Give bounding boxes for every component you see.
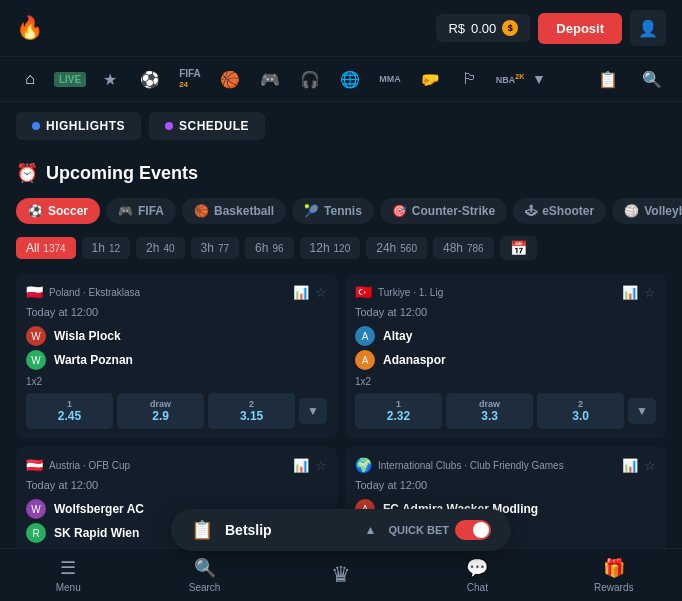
nav-basketball[interactable]: 🏀: [212, 61, 248, 97]
time-chip-24h[interactable]: 24h 560: [366, 237, 427, 259]
profile-button[interactable]: 👤: [630, 10, 666, 46]
stats-icon-3[interactable]: 📊: [293, 458, 309, 473]
betslip-banner[interactable]: 📋 Betslip ▲ QUICK BET: [171, 509, 511, 551]
event-1-flag: 🇵🇱: [26, 284, 43, 300]
nav-nba[interactable]: NBA2K: [492, 61, 528, 97]
nav-fifa[interactable]: FIFA24: [172, 61, 208, 97]
quick-bet-toggle: QUICK BET: [389, 520, 492, 540]
event-1-league: Poland · Ekstraklasa: [49, 287, 287, 298]
eshooter-chip-icon: 🕹: [525, 204, 537, 218]
team-2-logo: W: [26, 350, 46, 370]
volleyball-chip-icon: 🏐: [624, 204, 639, 218]
bottom-nav-menu[interactable]: ☰ Menu: [38, 557, 98, 593]
event-1-card-icons: 📊 ☆: [293, 285, 327, 300]
nav-flag[interactable]: 🏳: [452, 61, 488, 97]
nav-favorites[interactable]: ★: [92, 61, 128, 97]
team-3-name: Altay: [383, 329, 412, 343]
calendar-chip[interactable]: 📅: [500, 236, 537, 260]
bottom-nav-search[interactable]: 🔍 Search: [175, 557, 235, 593]
sport-chip-tennis[interactable]: 🎾 Tennis: [292, 198, 374, 224]
balance-display: R$ 0.00 $: [436, 14, 530, 42]
deposit-button[interactable]: Deposit: [538, 13, 622, 44]
stats-icon-1[interactable]: 📊: [293, 285, 309, 300]
time-chip-all[interactable]: All 1374: [16, 237, 76, 259]
star-icon-3[interactable]: ☆: [315, 458, 327, 473]
menu-label: Menu: [56, 582, 81, 593]
fifa-chip-icon: 🎮: [118, 204, 133, 218]
nav-esports[interactable]: 🎮: [252, 61, 288, 97]
event-card-1: 🇵🇱 Poland · Ekstraklasa 📊 ☆ Today at 12:…: [16, 274, 337, 439]
time-chip-6h[interactable]: 6h 96: [245, 237, 293, 259]
nav-bar: ⌂ LIVE ★ ⚽ FIFA24 🏀 🎮 🎧 🌐 MMA 🤛 🏳 NBA2K …: [0, 57, 682, 102]
odds-2-btn2[interactable]: 2 3.0: [537, 393, 624, 429]
odds-2-draw[interactable]: draw 3.3: [446, 393, 533, 429]
sport-chip-fifa[interactable]: 🎮 FIFA: [106, 198, 176, 224]
star-icon-4[interactable]: ☆: [644, 458, 656, 473]
nav-headset[interactable]: 🎧: [292, 61, 328, 97]
quick-bet-switch[interactable]: [455, 520, 491, 540]
search-label: Search: [189, 582, 221, 593]
schedule-tab-label: SCHEDULE: [179, 119, 249, 133]
stats-icon-4[interactable]: 📊: [622, 458, 638, 473]
nav-soccer[interactable]: ⚽: [132, 61, 168, 97]
more-odds-2[interactable]: ▼: [628, 398, 656, 424]
balance-value: 0.00: [471, 21, 496, 36]
time-chip-2h[interactable]: 2h 40: [136, 237, 184, 259]
team-6-logo: R: [26, 523, 46, 543]
time-chip-12h[interactable]: 12h 120: [300, 237, 361, 259]
nav-globe[interactable]: 🌐: [332, 61, 368, 97]
highlights-tab[interactable]: HIGHLIGHTS: [16, 112, 141, 140]
3h-count: 77: [218, 243, 229, 254]
sport-chip-basketball[interactable]: 🏀 Basketball: [182, 198, 286, 224]
eshooter-chip-label: eShooter: [542, 204, 594, 218]
market-1: 1x2: [26, 376, 327, 387]
betslip-arrow: ▲: [365, 523, 377, 537]
time-chip-1h[interactable]: 1h 12: [82, 237, 130, 259]
csgo-chip-icon: 🎯: [392, 204, 407, 218]
team-4-row: A Adanaspor: [355, 350, 656, 370]
event-3-flag: 🇦🇹: [26, 457, 43, 473]
more-odds-1[interactable]: ▼: [299, 398, 327, 424]
nav-more-button[interactable]: ▼: [532, 71, 546, 87]
sport-chip-eshooter[interactable]: 🕹 eShooter: [513, 198, 606, 224]
bottom-nav-rewards[interactable]: 🎁 Rewards: [584, 557, 644, 593]
history-icon[interactable]: 📋: [590, 61, 626, 97]
odds-1-btn1[interactable]: 1 2.45: [26, 393, 113, 429]
time-chip-48h[interactable]: 48h 786: [433, 237, 494, 259]
nav-live[interactable]: LIVE: [52, 61, 88, 97]
odds-1-draw[interactable]: draw 2.9: [117, 393, 204, 429]
betslip-label: Betslip: [225, 522, 353, 538]
bottom-nav-crown[interactable]: ♛: [311, 562, 371, 588]
24h-count: 560: [400, 243, 417, 254]
odds-1-btn2[interactable]: 2 3.15: [208, 393, 295, 429]
sport-chip-volleyball[interactable]: 🏐 Volleyball: [612, 198, 682, 224]
coin-icon: $: [502, 20, 518, 36]
currency-label: R$: [448, 21, 465, 36]
chat-label: Chat: [467, 582, 488, 593]
search-nav-icon[interactable]: 🔍: [634, 61, 670, 97]
rewards-label: Rewards: [594, 582, 633, 593]
crown-icon: ♛: [331, 562, 351, 588]
team-1-row: W Wisla Plock: [26, 326, 327, 346]
time-chip-3h[interactable]: 3h 77: [191, 237, 239, 259]
stats-icon-2[interactable]: 📊: [622, 285, 638, 300]
bottom-nav-chat[interactable]: 💬 Chat: [447, 557, 507, 593]
logo: 🔥: [16, 15, 43, 41]
star-icon-1[interactable]: ☆: [315, 285, 327, 300]
nav-mma[interactable]: MMA: [372, 61, 408, 97]
all-label: All: [26, 241, 39, 255]
schedule-tab[interactable]: SCHEDULE: [149, 112, 265, 140]
csgo-chip-label: Counter-Strike: [412, 204, 495, 218]
nav-hands[interactable]: 🤛: [412, 61, 448, 97]
top-bar: 🔥 R$ 0.00 $ Deposit 👤: [0, 0, 682, 57]
highlights-tab-label: HIGHLIGHTS: [46, 119, 125, 133]
sport-chip-csgo[interactable]: 🎯 Counter-Strike: [380, 198, 507, 224]
sport-chip-soccer[interactable]: ⚽ Soccer: [16, 198, 100, 224]
event-2-flag: 🇹🇷: [355, 284, 372, 300]
odds-2-btn1[interactable]: 1 2.32: [355, 393, 442, 429]
star-icon-2[interactable]: ☆: [644, 285, 656, 300]
nav-home[interactable]: ⌂: [12, 61, 48, 97]
betslip-icon: 📋: [191, 519, 213, 541]
user-icon: 👤: [638, 19, 658, 38]
menu-icon: ☰: [60, 557, 76, 579]
